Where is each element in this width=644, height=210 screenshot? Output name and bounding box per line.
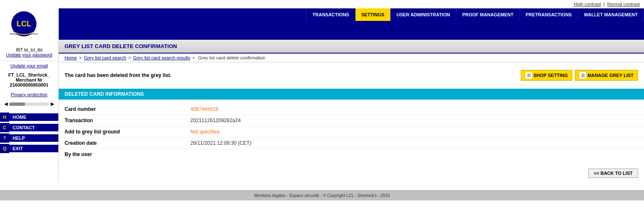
nav-tabs: TRANSACTIONS SETTINGS USER ADMINISTRATIO… (59, 8, 644, 21)
update-password-link[interactable]: Update your password (4, 52, 54, 57)
add-to-grey-list-value: Not specified (190, 129, 219, 135)
breadcrumb-greylist-search[interactable]: Grey list card search (84, 55, 126, 60)
breadcrumb-greylist-results[interactable]: Grey list card search results (133, 55, 190, 60)
sidebar-help-label: HELP (9, 134, 58, 142)
message-bar: The card has been deleted from the grey … (59, 66, 644, 85)
breadcrumb-sep1: > (79, 55, 83, 60)
sidebar-nav: H HOME C CONTACT ? HELP Q EXIT (0, 113, 58, 153)
privacy-link[interactable]: Privacy protection (11, 92, 47, 97)
transaction-value: 202111261209282a24 (190, 118, 241, 123)
card-number-row: Card number 4087####19 (59, 104, 644, 115)
page-title-bar: GREY LIST CARD DELETE CONFIRMATION (59, 40, 644, 54)
sidebar-item-help[interactable]: ? HELP (0, 133, 58, 143)
breadcrumb-current: Grey list card delete confirmation (198, 55, 265, 60)
sidebar-scroll: ◀ ▶ (0, 100, 58, 108)
merchant-name: FT_LCL_Sherlock_ (8, 72, 50, 77)
merchant-label: Merchant Nr (16, 77, 42, 82)
breadcrumb-sep3: > (192, 55, 196, 60)
tab-settings[interactable]: SETTINGS (356, 8, 391, 21)
sidebar-user-id: IBT bt_lcl_ibt (4, 47, 54, 52)
sidebar-user: IBT bt_lcl_ibt Update your password (0, 44, 58, 61)
top-bar: High contrast | Normal contrast (0, 0, 644, 8)
section-header: DELETED CARD INFORMATIONS (59, 89, 644, 100)
tab-proof-management[interactable]: PROOF MANAGEMENT (456, 8, 519, 21)
svg-text:LCL: LCL (17, 20, 31, 28)
manage-grey-list-label: MANAGE GREY LIST (587, 73, 634, 78)
add-to-grey-list-row: Add to grey list ground Not specified (59, 126, 644, 138)
back-area: << BACK TO LIST (59, 164, 644, 182)
main-content: GREY LIST CARD DELETE CONFIRMATION Home … (59, 40, 644, 182)
scroll-left-icon[interactable]: ◀ (4, 101, 8, 107)
manage-grey-list-icon: ☰ (579, 72, 586, 79)
sidebar-merchant: FT_LCL_Sherlock_ Merchant Nr 21600000085… (0, 70, 58, 90)
content-wrapper: IBT bt_lcl_ibt Update your password Upda… (0, 40, 644, 182)
logo-area: LCL BANQUE ET ASSURANCE (0, 8, 59, 40)
breadcrumb-sep2: > (128, 55, 132, 60)
card-info-table: Card number 4087####19 Transaction 20211… (59, 100, 644, 164)
card-number-value: 4087####19 (190, 106, 218, 112)
contrast-separator: | (603, 2, 605, 7)
sidebar-item-contact[interactable]: C CONTACT (0, 123, 58, 132)
breadcrumb-home[interactable]: Home (65, 55, 77, 60)
normal-contrast-link[interactable]: Normal contrast (607, 2, 640, 7)
sidebar-contact-label: CONTACT (9, 124, 58, 131)
shop-setting-button[interactable]: ☰ SHOP SETTING (521, 70, 572, 81)
sidebar-item-home[interactable]: H HOME (0, 113, 58, 122)
back-to-list-button[interactable]: << BACK TO LIST (588, 169, 638, 178)
shop-setting-label: SHOP SETTING (533, 73, 568, 78)
footer-text: Mentions légales - Espace sécurité - © C… (254, 193, 390, 198)
sidebar-exit-label: EXIT (9, 145, 58, 152)
tab-pretransactions[interactable]: PRETRANSACTIONS (520, 8, 578, 21)
tab-user-administration[interactable]: USER ADMINISTRATION (391, 8, 457, 21)
home-icon: H (0, 113, 9, 122)
transaction-row: Transaction 202111261209282a24 (59, 115, 644, 126)
contact-icon: C (0, 123, 9, 132)
delete-message: The card has been deleted from the grey … (65, 72, 171, 78)
action-buttons: ☰ SHOP SETTING ☰ MANAGE GREY LIST (521, 70, 638, 81)
by-the-user-row: By the user (59, 149, 644, 160)
lcl-logo: LCL BANQUE ET ASSURANCE (4, 10, 44, 38)
sidebar-item-exit[interactable]: Q EXIT (0, 144, 58, 153)
sidebar: IBT bt_lcl_ibt Update your password Upda… (0, 40, 59, 182)
tab-transactions[interactable]: TRANSACTIONS (306, 8, 355, 21)
creation-date-row: Creation date 26/11/2021 12:09:30 (CET) (59, 138, 644, 149)
header: LCL BANQUE ET ASSURANCE TRANSACTIONS SET… (0, 8, 644, 40)
help-icon: ? (0, 133, 9, 143)
shop-setting-icon: ☰ (525, 72, 532, 79)
nav-area: TRANSACTIONS SETTINGS USER ADMINISTRATIO… (59, 8, 644, 40)
sidebar-privacy: Privacy protection (0, 90, 58, 100)
footer: Mentions légales - Espace sécurité - © C… (0, 190, 644, 200)
creation-date-value: 26/11/2021 12:09:30 (CET) (190, 140, 251, 146)
sidebar-home-label: HOME (9, 113, 58, 121)
creation-date-label: Creation date (65, 140, 190, 146)
blue-stripe (59, 21, 644, 23)
by-the-user-label: By the user (65, 151, 190, 157)
transaction-label: Transaction (65, 118, 190, 123)
breadcrumb: Home > Grey list card search > Grey list… (59, 54, 644, 62)
scroll-track (9, 102, 49, 106)
update-email-link[interactable]: Update your email (10, 63, 48, 68)
page-title: GREY LIST CARD DELETE CONFIRMATION (65, 43, 638, 49)
manage-grey-list-button[interactable]: ☰ MANAGE GREY LIST (575, 70, 638, 81)
scroll-right-icon[interactable]: ▶ (51, 101, 54, 107)
merchant-nr: 216000000850001 (10, 82, 49, 87)
exit-icon: Q (0, 144, 9, 153)
high-contrast-link[interactable]: High contrast (574, 2, 601, 7)
card-number-label: Card number (65, 106, 190, 112)
tab-wallet-management[interactable]: WALLET MANAGEMENT (578, 8, 644, 21)
add-to-grey-list-label: Add to grey list ground (65, 129, 190, 135)
